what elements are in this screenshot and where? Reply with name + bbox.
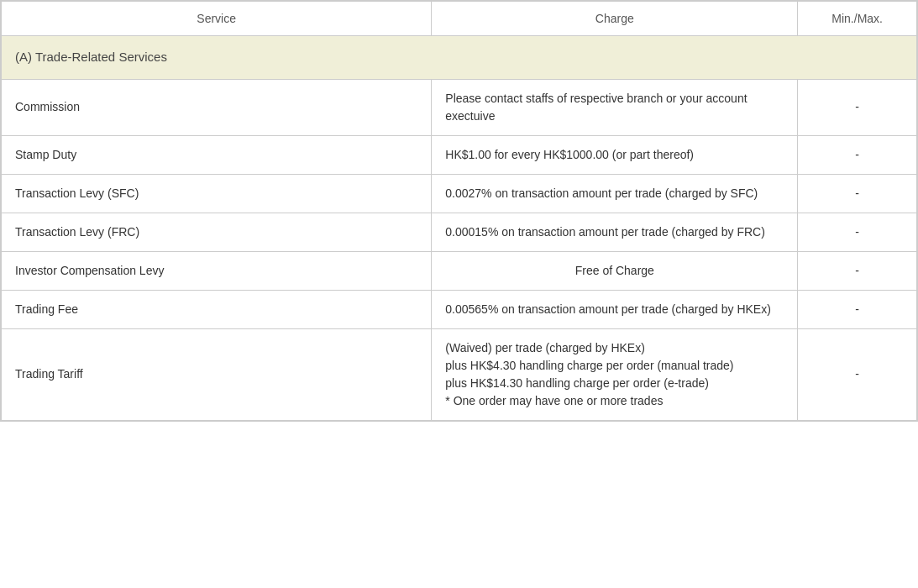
table-row: Investor Compensation LevyFree of Charge… <box>2 251 917 290</box>
table-row: Transaction Levy (SFC)0.0027% on transac… <box>2 174 917 213</box>
table-row: Trading Fee0.00565% on transaction amoun… <box>2 290 917 328</box>
service-cell: Trading Fee <box>2 290 432 328</box>
charge-cell: Free of Charge <box>432 251 798 290</box>
table-row: Transaction Levy (FRC)0.00015% on transa… <box>2 213 917 251</box>
service-column-header: Service <box>2 2 432 36</box>
charge-cell: (Waived) per trade (charged by HKEx)plus… <box>432 328 798 420</box>
service-cell: Commission <box>2 79 432 135</box>
minmax-cell: - <box>798 79 917 135</box>
charge-cell: 0.00565% on transaction amount per trade… <box>432 290 798 328</box>
charge-cell: 0.0027% on transaction amount per trade … <box>432 174 798 213</box>
minmax-column-header: Min./Max. <box>798 2 917 36</box>
service-cell: Transaction Levy (SFC) <box>2 174 432 213</box>
minmax-cell: - <box>798 174 917 213</box>
table-row: Stamp DutyHK$1.00 for every HK$1000.00 (… <box>2 135 917 174</box>
charge-cell: HK$1.00 for every HK$1000.00 (or part th… <box>432 135 798 174</box>
charge-cell: Please contact staffs of respective bran… <box>432 79 798 135</box>
minmax-cell: - <box>798 290 917 328</box>
service-cell: Transaction Levy (FRC) <box>2 213 432 251</box>
service-cell: Stamp Duty <box>2 135 432 174</box>
table-row: Trading Tariff(Waived) per trade (charge… <box>2 328 917 420</box>
minmax-cell: - <box>798 213 917 251</box>
section-header-row: (A) Trade-Related Services <box>2 36 917 80</box>
service-cell: Investor Compensation Levy <box>2 251 432 290</box>
service-cell: Trading Tariff <box>2 328 432 420</box>
fee-table: Service Charge Min./Max. (A) Trade-Relat… <box>1 1 917 421</box>
minmax-cell: - <box>798 135 917 174</box>
minmax-cell: - <box>798 328 917 420</box>
section-header-cell: (A) Trade-Related Services <box>2 36 917 80</box>
charge-cell: 0.00015% on transaction amount per trade… <box>432 213 798 251</box>
table-header-row: Service Charge Min./Max. <box>2 2 917 36</box>
charge-column-header: Charge <box>432 2 798 36</box>
minmax-cell: - <box>798 251 917 290</box>
fee-table-container: Service Charge Min./Max. (A) Trade-Relat… <box>0 0 918 422</box>
table-row: CommissionPlease contact staffs of respe… <box>2 79 917 135</box>
